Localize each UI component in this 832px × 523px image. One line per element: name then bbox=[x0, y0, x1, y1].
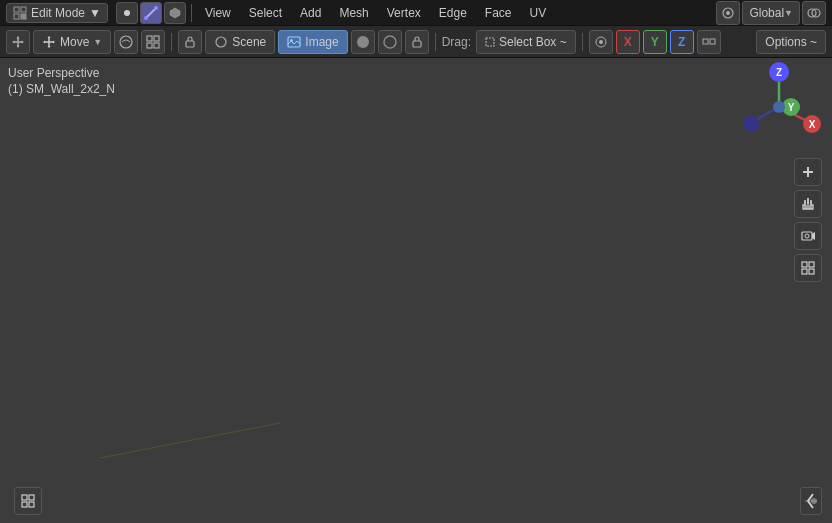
mode-label: Edit Mode bbox=[31, 6, 85, 20]
svg-marker-16 bbox=[22, 40, 25, 43]
sidebar-toggle-icon bbox=[805, 492, 817, 510]
svg-point-58 bbox=[805, 234, 809, 238]
svg-point-10 bbox=[726, 11, 730, 15]
edit-mode-icon bbox=[13, 6, 27, 20]
svg-point-6 bbox=[144, 16, 148, 20]
z-axis-btn[interactable]: Z bbox=[670, 30, 694, 54]
proportional-edit-btn[interactable] bbox=[589, 30, 613, 54]
menu-edge[interactable]: Edge bbox=[431, 4, 475, 22]
mode-selector[interactable]: Edit Mode ▼ bbox=[6, 3, 108, 23]
snap-icon-btn[interactable] bbox=[716, 1, 740, 25]
svg-rect-56 bbox=[802, 232, 812, 240]
svg-rect-62 bbox=[809, 269, 814, 274]
svg-rect-26 bbox=[186, 41, 194, 47]
y-axis-label: Y bbox=[651, 35, 659, 49]
svg-point-35 bbox=[599, 40, 603, 44]
lock-icon-btn[interactable] bbox=[178, 30, 202, 54]
x-axis-btn[interactable]: X bbox=[616, 30, 640, 54]
axis-gizmo-svg: Z Y X bbox=[734, 62, 824, 152]
image-btn[interactable]: Image bbox=[278, 30, 347, 54]
vertex-mode-btn[interactable] bbox=[116, 2, 138, 24]
menu-mesh[interactable]: Mesh bbox=[331, 4, 376, 22]
menu-vertex[interactable]: Vertex bbox=[379, 4, 429, 22]
svg-marker-18 bbox=[48, 46, 51, 48]
svg-marker-20 bbox=[53, 40, 55, 43]
sidebar-toggle-btn[interactable] bbox=[800, 487, 822, 515]
camera-btn[interactable] bbox=[794, 222, 822, 250]
overlay-icon-btn[interactable] bbox=[802, 1, 826, 25]
transform-icon[interactable] bbox=[6, 30, 30, 54]
svg-rect-64 bbox=[29, 495, 34, 500]
move-icon bbox=[42, 35, 56, 49]
menu-bar: Edit Mode ▼ View Select Add Mesh Vertex … bbox=[0, 0, 832, 26]
scene-btn[interactable]: Scene bbox=[205, 30, 275, 54]
select-box-icon bbox=[485, 37, 495, 47]
y-axis-btn[interactable]: Y bbox=[643, 30, 667, 54]
sep1 bbox=[191, 4, 192, 22]
menu-select[interactable]: Select bbox=[241, 4, 290, 22]
quad-view-btn[interactable] bbox=[794, 254, 822, 282]
scene-icon bbox=[214, 35, 228, 49]
svg-rect-33 bbox=[486, 38, 494, 46]
mesh-mode-icons bbox=[116, 2, 186, 24]
move-btn[interactable]: Move ▼ bbox=[33, 30, 111, 54]
svg-rect-1 bbox=[21, 7, 26, 12]
svg-point-4 bbox=[124, 10, 130, 16]
axis-gizmo[interactable]: Z Y X bbox=[734, 62, 824, 152]
global-chevron: ▼ bbox=[784, 8, 793, 18]
orientation-icon-btn[interactable] bbox=[114, 30, 138, 54]
svg-marker-15 bbox=[12, 40, 15, 43]
face-mode-btn[interactable] bbox=[164, 2, 186, 24]
svg-point-7 bbox=[154, 6, 158, 10]
svg-marker-17 bbox=[48, 36, 51, 38]
svg-rect-37 bbox=[710, 39, 715, 44]
options-label: Options ~ bbox=[765, 35, 817, 49]
proportional-icon-btn[interactable] bbox=[405, 30, 429, 54]
z-axis-label: Z bbox=[678, 35, 685, 49]
global-label: Global bbox=[749, 6, 784, 20]
scene-label: Scene bbox=[232, 35, 266, 49]
perspective-label: User Perspective bbox=[8, 66, 99, 80]
svg-rect-0 bbox=[14, 7, 19, 12]
svg-marker-19 bbox=[43, 40, 45, 43]
svg-rect-61 bbox=[802, 269, 807, 274]
shading-solid-btn[interactable] bbox=[351, 30, 375, 54]
svg-point-30 bbox=[357, 36, 369, 48]
svg-point-31 bbox=[384, 36, 396, 48]
shading-wire-btn[interactable] bbox=[378, 30, 402, 54]
viewport[interactable]: User Perspective (1) SM_Wall_2x2_N Z Y X bbox=[0, 58, 832, 523]
svg-marker-13 bbox=[17, 36, 20, 39]
menu-face[interactable]: Face bbox=[477, 4, 520, 22]
drag-label: Drag: bbox=[442, 35, 471, 49]
mode-chevron: ▼ bbox=[89, 6, 101, 20]
svg-point-49 bbox=[743, 116, 759, 132]
right-tools bbox=[794, 158, 822, 282]
select-box-btn[interactable]: Select Box ~ bbox=[476, 30, 576, 54]
toolbar-sep1 bbox=[171, 33, 172, 51]
menu-view[interactable]: View bbox=[197, 4, 239, 22]
svg-rect-36 bbox=[703, 39, 708, 44]
orientation2-icon-btn[interactable] bbox=[141, 30, 165, 54]
svg-rect-59 bbox=[802, 262, 807, 267]
options-btn[interactable]: Options ~ bbox=[756, 30, 826, 54]
svg-marker-14 bbox=[17, 45, 20, 48]
svg-rect-63 bbox=[22, 495, 27, 500]
statistics-icon bbox=[20, 493, 36, 509]
menu-uv[interactable]: UV bbox=[522, 4, 555, 22]
bottom-left-btn[interactable] bbox=[14, 487, 42, 515]
svg-text:X: X bbox=[809, 119, 816, 130]
svg-rect-23 bbox=[154, 36, 159, 41]
svg-rect-66 bbox=[29, 502, 34, 507]
edge-mode-btn[interactable] bbox=[140, 2, 162, 24]
viewport-line bbox=[0, 58, 832, 493]
zoom-in-btn[interactable] bbox=[794, 158, 822, 186]
svg-point-48 bbox=[773, 101, 785, 113]
svg-marker-8 bbox=[170, 8, 180, 18]
individual-origins-btn[interactable] bbox=[697, 30, 721, 54]
menu-add[interactable]: Add bbox=[292, 4, 329, 22]
global-dropdown[interactable]: Global ▼ bbox=[742, 1, 800, 25]
svg-line-38 bbox=[100, 423, 280, 458]
svg-rect-3 bbox=[21, 14, 26, 19]
svg-rect-65 bbox=[22, 502, 27, 507]
pan-btn[interactable] bbox=[794, 190, 822, 218]
